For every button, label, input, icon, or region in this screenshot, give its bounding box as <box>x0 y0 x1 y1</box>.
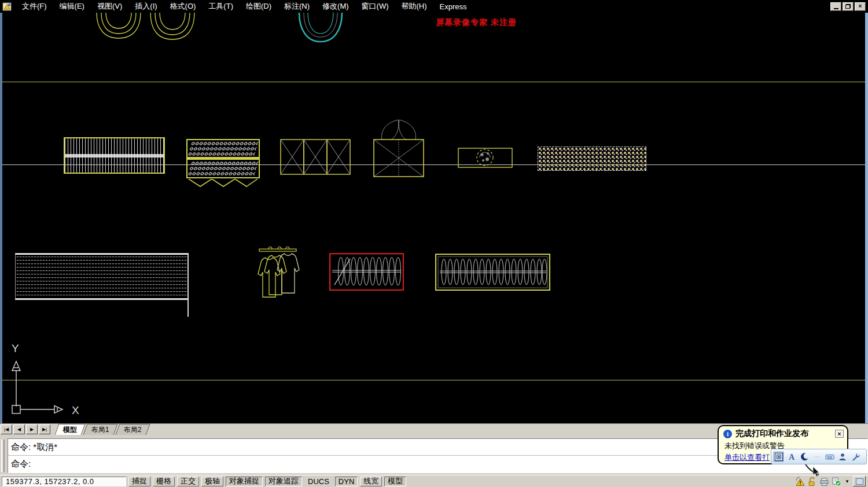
tab-nav-last-button[interactable]: ▶| <box>39 424 50 434</box>
menu-modify[interactable]: 修改(M) <box>316 0 355 13</box>
restore-icon <box>845 4 851 9</box>
cad-auger-red-box[interactable] <box>329 253 404 291</box>
wrench-icon[interactable] <box>850 452 860 462</box>
toggle-grid[interactable]: 栅格 <box>153 477 175 486</box>
tab-layout2[interactable]: 布局2 <box>115 424 150 435</box>
toggle-osnap[interactable]: 对象捕捉 <box>226 477 263 486</box>
toggle-snap[interactable]: 捕捉 <box>128 477 150 486</box>
moon-icon[interactable] <box>799 452 809 462</box>
user-icon[interactable] <box>837 452 847 462</box>
minimize-button[interactable] <box>830 2 841 11</box>
tab-model-label: 模型 <box>63 425 77 435</box>
mouse-cursor <box>812 467 820 477</box>
status-tray: ▼ <box>795 476 868 486</box>
info-icon: i <box>723 430 732 438</box>
status-bar: 159377.3, 157237.2, 0.0 捕捉 栅格 正交 极轴 对象捕捉… <box>0 475 868 487</box>
clean-screen-button[interactable] <box>853 476 866 486</box>
dots-icon <box>812 452 822 462</box>
cad-text-block-panel[interactable] <box>15 253 189 300</box>
svg-text:A: A <box>788 453 795 462</box>
toggle-dyn[interactable]: DYN <box>335 477 358 486</box>
viewport-icon[interactable] <box>774 452 784 462</box>
menu-edit[interactable]: 编辑(E) <box>53 0 91 13</box>
menu-file[interactable]: 文件(F) <box>16 0 53 13</box>
tab-layout1[interactable]: 布局1 <box>83 424 118 435</box>
ucs-x-label: X <box>72 404 79 416</box>
spring-box-shaft <box>186 157 260 160</box>
command-window-grip[interactable] <box>1 440 6 472</box>
tab-nav-prev-button[interactable]: ◀ <box>13 424 25 434</box>
spring-pattern-top <box>187 141 258 156</box>
cad-roller-box[interactable] <box>458 148 513 169</box>
coordinate-readout[interactable]: 159377.3, 157237.2, 0.0 <box>2 477 126 486</box>
tab-model[interactable]: 模型 <box>55 424 86 435</box>
cad-hatched-panel[interactable] <box>64 137 165 174</box>
menu-tools[interactable]: 工具(T) <box>202 0 240 13</box>
plot-success-icon[interactable] <box>832 477 841 486</box>
close-button[interactable]: × <box>855 2 866 11</box>
toggle-ducs[interactable]: DUCS <box>304 477 333 486</box>
cad-auger-yellow-box[interactable] <box>435 254 550 291</box>
close-icon: × <box>859 3 862 9</box>
keyboard-icon[interactable] <box>825 452 834 462</box>
cad-chain-mesh-panel[interactable] <box>538 147 646 171</box>
toggle-otrack[interactable]: 对象追踪 <box>265 477 302 486</box>
cad-hanging-jackets[interactable] <box>256 244 301 301</box>
menu-dimension[interactable]: 标注(N) <box>278 0 316 13</box>
app-logo-icon <box>2 2 12 12</box>
toggle-ortho[interactable]: 正交 <box>177 477 199 486</box>
drawing-canvas[interactable]: 屏幕录像专家 未注册 <box>0 13 868 423</box>
spring-pattern-bottom <box>187 161 258 176</box>
cad-cyan-vessel[interactable] <box>296 13 345 45</box>
balloon-title: 完成打印和作业发布 <box>735 429 808 439</box>
restore-button[interactable] <box>843 2 854 11</box>
menu-bar: 文件(F) 编辑(E) 视图(V) 插入(I) 格式(O) 工具(T) 绘图(D… <box>0 0 868 13</box>
menu-draw[interactable]: 绘图(D) <box>240 0 278 13</box>
menu-help[interactable]: 帮助(H) <box>395 0 433 13</box>
tab-layout2-label: 布局2 <box>124 425 142 435</box>
toggle-model-space[interactable]: 模型 <box>384 477 406 486</box>
construction-line-yellow-bottom[interactable] <box>2 380 865 380</box>
tab-layout1-label: 布局1 <box>91 425 109 435</box>
cad-text-panel-edge <box>187 253 189 317</box>
cad-bowl-outline-1[interactable] <box>94 13 144 42</box>
menu-window[interactable]: 窗口(W) <box>355 0 395 13</box>
cad-bowl-outline-2[interactable] <box>148 13 197 43</box>
text-style-icon[interactable]: A <box>786 452 796 462</box>
minimize-icon <box>834 8 838 9</box>
plot-warning-icon[interactable] <box>795 477 805 486</box>
tray-settings-toolbar: A <box>771 449 867 464</box>
menu-insert[interactable]: 插入(I) <box>128 0 163 13</box>
balloon-close-button[interactable]: × <box>835 430 844 438</box>
menu-format[interactable]: 格式(O) <box>164 0 203 13</box>
menu-express[interactable]: Express <box>433 1 473 12</box>
tab-nav-first-button[interactable]: |◀ <box>1 424 12 434</box>
clean-screen-icon <box>856 478 863 485</box>
toggle-polar[interactable]: 极轴 <box>201 477 223 486</box>
cad-zigzag-bracket[interactable] <box>186 179 260 188</box>
unlock-icon[interactable] <box>807 477 817 486</box>
cad-basket-with-petals[interactable] <box>373 119 425 178</box>
tray-dropdown-icon[interactable]: ▼ <box>844 479 851 484</box>
application-window: 文件(F) 编辑(E) 视图(V) 插入(I) 格式(O) 工具(T) 绘图(D… <box>0 0 868 487</box>
ucs-axis-icon: Y X <box>7 340 88 417</box>
ucs-y-label: Y <box>12 342 19 354</box>
tab-nav-next-button[interactable]: ▶ <box>26 424 38 434</box>
watermark-text: 屏幕录像专家 未注册 <box>436 17 517 28</box>
cad-spring-box[interactable] <box>186 139 260 178</box>
cad-x-braced-panels[interactable] <box>280 139 351 175</box>
menu-view[interactable]: 视图(V) <box>91 0 128 13</box>
window-controls: × <box>830 2 868 11</box>
balloon-details-link[interactable]: 单击以查看打 <box>724 452 778 463</box>
toggle-lineweight[interactable]: 线宽 <box>360 477 382 486</box>
printer-icon[interactable] <box>819 477 829 486</box>
construction-line-yellow-top[interactable] <box>2 82 865 82</box>
